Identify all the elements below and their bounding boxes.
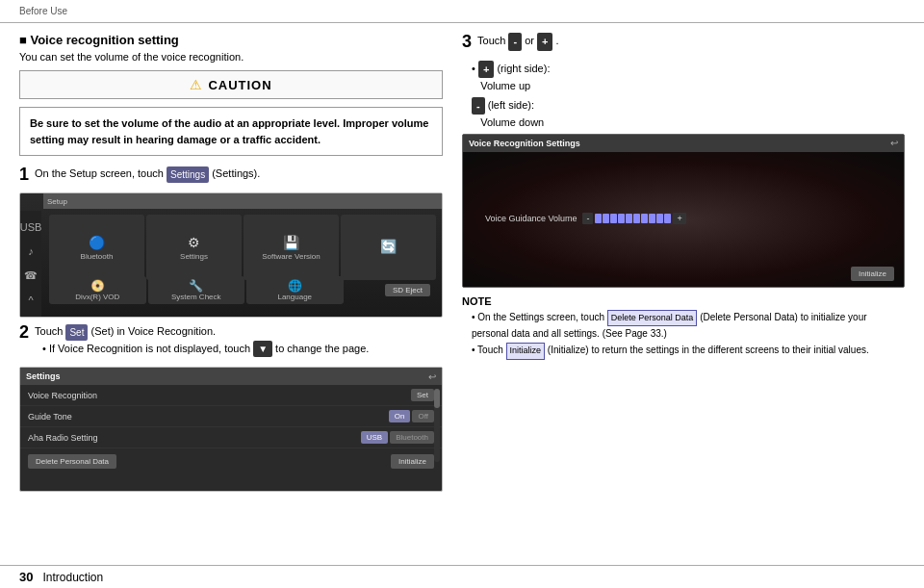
vr-settings-screen: Voice Recognition Settings ↩ Voice Guida… (462, 134, 905, 288)
delete-personal-data-button[interactable]: Delete Personal Data (28, 454, 116, 469)
vr-volume-bar (595, 214, 671, 223)
plus-bullet-icon: + (478, 61, 494, 79)
vol-seg-9 (656, 214, 663, 223)
divx-icon: 📀 (90, 279, 105, 293)
step3-text-pre: Touch (477, 35, 505, 46)
note-section: NOTE • On the Settings screen, touch Del… (462, 295, 905, 360)
header-text: Before Use (19, 6, 67, 16)
vr-minus-button[interactable]: - (582, 213, 593, 224)
vol-seg-7 (641, 214, 648, 223)
usb-icon: USB (20, 221, 42, 233)
step-1: 1 On the Setup screen, touch Settings (S… (19, 166, 443, 183)
vr-body: Voice Guidance Volume - + (463, 152, 904, 288)
vr-screen-title: Voice Recognition Settings (469, 139, 580, 148)
setup-screen: USB ♪ ☎ ^ Setup 🔵 Bluetooth ⚙ Settings (19, 192, 443, 318)
step2-bullet-text: • If Voice Recognition is not displayed,… (42, 343, 369, 354)
minus-button[interactable]: - (508, 33, 522, 51)
aha-radio-label: Aha Radio Setting (28, 433, 98, 443)
step2-num: 2 (19, 323, 29, 341)
sd-eject-button[interactable]: SD Eject (385, 284, 430, 296)
music-icon: ♪ (28, 245, 34, 257)
step1-num: 1 (19, 166, 29, 183)
scrollbar-thumb (434, 389, 440, 408)
step2-text-post: (Set) in Voice Recognition. (91, 325, 217, 337)
vol-seg-10 (664, 214, 671, 223)
settings-top-bar: Settings ↩ (20, 368, 442, 385)
settings-icon: ⚙ (188, 235, 200, 250)
refresh-icon: 🔄 (380, 239, 397, 254)
vol-seg-1 (595, 214, 602, 223)
page-header: Before Use (0, 0, 924, 23)
phone-icon: ☎ (24, 269, 38, 282)
subtitle: You can set the volume of the voice reco… (19, 51, 443, 63)
step-2: 2 Touch Set (Set) in Voice Recognition. … (19, 323, 443, 357)
plus-button[interactable]: + (537, 33, 552, 51)
note-title: NOTE (462, 295, 905, 307)
step3-text-mid: or (525, 35, 534, 46)
aha-usb-button[interactable]: USB (361, 431, 388, 444)
minus-bullet-text1: (left side): (488, 99, 534, 111)
step3-text-post: . (556, 35, 559, 46)
vol-seg-8 (649, 214, 655, 223)
language-cell: 🌐 Language (246, 276, 344, 304)
plus-bullet-text1: (right side): (497, 63, 550, 74)
main-content: Voice recognition setting You can set th… (0, 23, 924, 501)
caution-box: ⚠ CAUTION (19, 70, 443, 99)
guide-tone-on-button[interactable]: On (389, 410, 411, 422)
settings-cell: ⚙ Settings (146, 215, 242, 280)
software-label: Software Version (262, 252, 320, 261)
vr-guidance-row: Voice Guidance Volume - + (485, 213, 882, 224)
aha-bluetooth-button[interactable]: Bluetooth (390, 431, 434, 444)
vr-initialize-button[interactable]: Initialize (851, 267, 894, 281)
divx-cell: 📀 Divx(R) VOD (49, 276, 146, 304)
initialize-note-button[interactable]: Initialize (506, 343, 546, 360)
step3-text: Touch - or + . (477, 33, 905, 51)
caution-icon: ⚠ (190, 77, 202, 92)
guide-tone-off-button[interactable]: Off (412, 410, 434, 422)
initialize-bottom-button[interactable]: Initialize (391, 454, 434, 469)
guide-tone-toggle: On Off (389, 410, 434, 422)
vr-top-bar: Voice Recognition Settings ↩ (463, 135, 904, 152)
settings-row-guide: Guide Tone On Off (20, 406, 442, 427)
note-item-2: • Touch Initialize (Initialize) to retur… (472, 343, 905, 360)
software-cell: 💾 Software Version (244, 215, 339, 280)
settings-button[interactable]: Settings (167, 166, 209, 183)
page-footer: 30 Introduction (0, 565, 924, 588)
step-3: 3 Touch - or + . (462, 33, 905, 51)
setup-sidebar: USB ♪ ☎ ^ (20, 211, 41, 317)
step2-text: Touch Set (Set) in Voice Recognition. • … (35, 323, 443, 357)
vol-seg-5 (626, 214, 632, 223)
settings-scrollbar[interactable] (434, 389, 440, 462)
caution-label: CAUTION (208, 78, 271, 92)
delete-personal-data-note-button[interactable]: Delete Personal Data (607, 310, 698, 327)
settings-screen-title: Settings (26, 371, 61, 381)
step1-text2: (Settings). (212, 167, 260, 179)
minus-bullet-icon: - (472, 97, 485, 115)
vr-plus-button[interactable]: + (673, 213, 685, 224)
caution-text: Be sure to set the volume of the audio a… (19, 107, 443, 156)
bluetooth-label: Bluetooth (81, 252, 114, 261)
voice-rec-label: Voice Recognition (28, 391, 97, 400)
vol-seg-4 (618, 214, 625, 223)
guide-tone-label: Guide Tone (28, 412, 72, 422)
left-column: Voice recognition setting You can set th… (19, 33, 443, 492)
step3-num: 3 (462, 33, 472, 50)
step2-text-pre: Touch (35, 325, 63, 337)
step1-text: On the Setup screen, touch Settings (Set… (35, 166, 443, 183)
vr-guidance-label: Voice Guidance Volume (485, 214, 578, 223)
syscheck-icon: 🔧 (189, 279, 203, 293)
down-arrow-button[interactable]: ▼ (253, 341, 272, 357)
right-column: 3 Touch - or + . • + (right side): Volum… (462, 33, 905, 492)
language-label: Language (277, 293, 312, 301)
divx-label: Divx(R) VOD (75, 293, 119, 301)
set-button[interactable]: Set (65, 324, 88, 341)
settings-bottom-bar: Delete Personal Data Initialize (20, 450, 442, 473)
language-icon: 🌐 (288, 279, 302, 293)
vr-back-icon[interactable]: ↩ (890, 138, 898, 148)
refresh-cell: 🔄 (341, 215, 436, 280)
footer-page-number: 30 (19, 570, 33, 584)
software-icon: 💾 (283, 235, 299, 250)
settings-row-aha: Aha Radio Setting USB Bluetooth (20, 427, 442, 448)
note-item-1: • On the Settings screen, touch Delete P… (472, 310, 905, 342)
set-row-button[interactable]: Set (411, 389, 434, 401)
